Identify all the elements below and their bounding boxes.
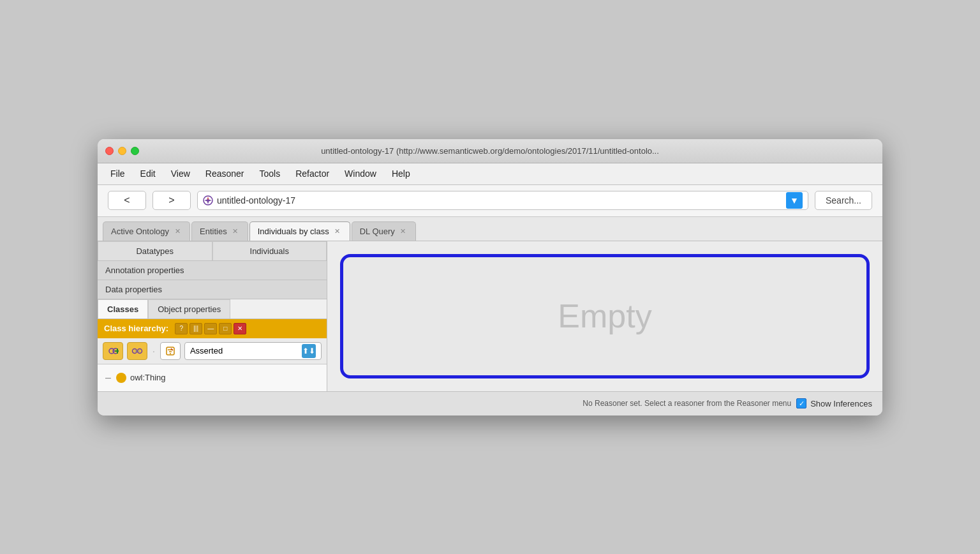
ontology-icon (203, 195, 213, 206)
location-dropdown[interactable]: ▼ (786, 192, 803, 209)
svg-point-18 (118, 375, 124, 381)
hierarchy-icon-columns[interactable]: ||| (189, 323, 202, 334)
tab-dl-query[interactable]: DL Query ✕ (352, 221, 416, 241)
location-text: untitled-ontology-17 (217, 195, 782, 206)
subtab-individuals[interactable]: Individuals (212, 241, 327, 260)
subtab-datatypes[interactable]: Datatypes (98, 241, 212, 260)
menu-tools[interactable]: Tools (253, 166, 286, 181)
menu-reasoner[interactable]: Reasoner (199, 166, 251, 181)
traffic-lights (105, 147, 139, 155)
control-row: · Asserted ⬆⬇ (98, 338, 327, 364)
tab-close-active-ontology[interactable]: ✕ (173, 227, 182, 236)
main-content: Datatypes Individuals Annotation propert… (98, 241, 882, 391)
toolbar: < > untitled-ontology-17 ▼ Search... (98, 185, 882, 217)
tab-individuals-by-class[interactable]: Individuals by class ✕ (249, 221, 350, 241)
subtab-object-properties[interactable]: Object properties (148, 299, 230, 318)
menu-edit[interactable]: Edit (134, 166, 162, 181)
show-inferences-area[interactable]: ✓ Show Inferences (796, 398, 872, 408)
empty-box: Empty (340, 254, 870, 378)
maximize-button[interactable] (131, 147, 139, 155)
status-message: No Reasoner set. Select a reasoner from … (583, 399, 791, 408)
menu-help[interactable]: Help (385, 166, 417, 181)
show-inferences-label: Show Inferences (810, 399, 872, 408)
tab-close-dl-query[interactable]: ✕ (399, 227, 408, 236)
data-properties-row[interactable]: Data properties (98, 280, 327, 299)
back-button[interactable]: < (108, 191, 146, 210)
separator: · (151, 346, 156, 356)
search-button[interactable]: Search... (815, 191, 872, 210)
hierarchy-label: Class hierarchy: (104, 324, 168, 333)
menu-file[interactable]: File (104, 166, 131, 181)
tab-entities[interactable]: Entities ✕ (191, 221, 248, 241)
show-inferences-checkbox[interactable]: ✓ (796, 398, 806, 408)
add-class-button[interactable] (103, 342, 123, 360)
add-subclass-button[interactable] (127, 342, 147, 360)
minimize-button[interactable] (118, 147, 126, 155)
subtab-classes[interactable]: Classes (98, 299, 148, 318)
top-sub-tabs: Datatypes Individuals (98, 241, 327, 261)
location-bar: untitled-ontology-17 ▼ (197, 191, 808, 210)
tree-item-owlthing[interactable]: – owl:Thing (98, 370, 327, 386)
close-button[interactable] (105, 147, 114, 155)
window-title: untitled-ontology-17 (http://www.semanti… (321, 146, 659, 156)
asserted-selector[interactable]: Asserted ⬆⬇ (184, 342, 322, 360)
tab-close-individuals-by-class[interactable]: ✕ (333, 227, 342, 236)
hierarchy-icon-help[interactable]: ? (175, 323, 188, 334)
menu-bar: File Edit View Reasoner Tools Refactor W… (98, 163, 882, 185)
tab-active-ontology[interactable]: Active Ontology ✕ (103, 221, 190, 241)
hierarchy-icon-close[interactable]: ✕ (234, 323, 246, 334)
status-bar: No Reasoner set. Select a reasoner from … (98, 391, 882, 416)
main-window: untitled-ontology-17 (http://www.semanti… (98, 139, 882, 416)
menu-window[interactable]: Window (338, 166, 383, 181)
menu-view[interactable]: View (165, 166, 197, 181)
tree-dash: – (105, 372, 111, 384)
hierarchy-icon-box[interactable]: □ (219, 323, 232, 334)
svg-point-1 (207, 199, 209, 202)
asserted-dropdown-arrow[interactable]: ⬆⬇ (302, 344, 316, 358)
annotation-properties-row[interactable]: Annotation properties (98, 261, 327, 280)
left-panel: Datatypes Individuals Annotation propert… (98, 241, 327, 391)
hierarchy-icon-minus[interactable]: — (204, 323, 217, 334)
tabs-bar: Active Ontology ✕ Entities ✕ Individuals… (98, 217, 882, 241)
filter-button[interactable] (160, 342, 181, 360)
title-bar: untitled-ontology-17 (http://www.semanti… (98, 139, 882, 163)
tab-close-entities[interactable]: ✕ (231, 227, 240, 236)
right-panel: Empty (327, 241, 882, 391)
class-tree: – owl:Thing (98, 364, 327, 391)
empty-text: Empty (558, 297, 651, 335)
forward-button[interactable]: > (152, 191, 191, 210)
hierarchy-icons: ? ||| — □ ✕ (175, 323, 246, 334)
menu-refactor[interactable]: Refactor (289, 166, 336, 181)
class-icon (116, 373, 126, 383)
bottom-sub-tabs: Classes Object properties (98, 299, 327, 319)
hierarchy-header: Class hierarchy: ? ||| — □ ✕ (98, 319, 327, 338)
